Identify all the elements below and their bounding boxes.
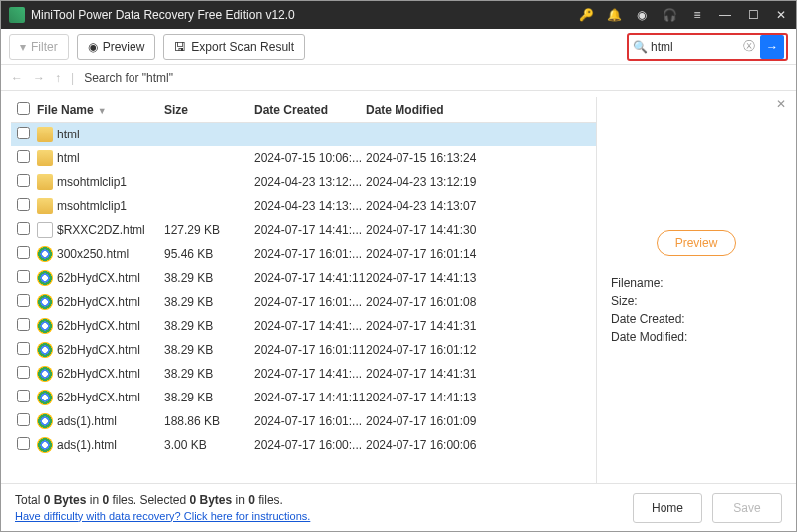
table-row[interactable]: $RXXC2DZ.html127.29 KB2024-07-17 14:41:.…	[11, 218, 596, 242]
table-row[interactable]: 62bHydCX.html38.29 KB2024-07-17 14:41:..…	[11, 314, 596, 338]
row-checkbox[interactable]	[11, 222, 35, 238]
row-created: 2024-04-23 13:12:...	[254, 175, 366, 189]
row-created: 2024-04-23 14:13:...	[254, 199, 366, 213]
row-size: 95.46 KB	[164, 247, 254, 261]
table-row[interactable]: msohtmlclip12024-04-23 14:13:...2024-04-…	[11, 194, 596, 218]
chrome-icon	[37, 294, 53, 310]
row-checkbox[interactable]	[11, 342, 35, 358]
row-size: 3.00 KB	[164, 438, 254, 452]
chrome-icon	[37, 437, 53, 453]
row-modified: 2024-07-17 16:00:06	[366, 438, 515, 452]
folder-icon	[37, 150, 53, 166]
header-created[interactable]: Date Created	[254, 103, 366, 117]
row-filename: 300x250.html	[35, 246, 164, 262]
eye-icon: ◉	[88, 40, 98, 54]
row-modified: 2024-07-15 16:13:24	[366, 151, 515, 165]
row-checkbox[interactable]	[11, 390, 35, 405]
row-size: 188.86 KB	[164, 414, 254, 428]
row-checkbox[interactable]	[11, 174, 35, 190]
row-created: 2024-07-17 14:41:11	[254, 391, 366, 404]
search-go-button[interactable]: →	[760, 35, 784, 59]
row-filename: ads(1).html	[35, 437, 164, 453]
row-filename: 62bHydCX.html	[35, 342, 164, 358]
table-row[interactable]: 62bHydCX.html38.29 KB2024-07-17 14:41:..…	[11, 362, 596, 386]
forward-icon[interactable]: →	[33, 71, 45, 85]
minimize-icon[interactable]: —	[718, 8, 732, 22]
key-icon[interactable]: 🔑	[579, 8, 593, 22]
clear-search-icon[interactable]: ⓧ	[740, 38, 758, 55]
search-input[interactable]	[651, 40, 740, 54]
breadcrumb-text: Search for "html"	[84, 71, 173, 85]
table-header: File Name▼ Size Date Created Date Modifi…	[11, 97, 596, 123]
panel-close-icon[interactable]: ✕	[776, 97, 786, 111]
maximize-icon[interactable]: ☐	[746, 8, 760, 22]
table-row[interactable]: html	[11, 123, 596, 146]
row-checkbox[interactable]	[11, 366, 35, 382]
row-modified: 2024-07-17 14:41:13	[366, 271, 515, 285]
home-button[interactable]: Home	[633, 493, 702, 523]
file-table: File Name▼ Size Date Created Date Modifi…	[11, 97, 597, 483]
row-created: 2024-07-17 16:01:...	[254, 295, 366, 309]
app-logo-icon	[9, 7, 25, 23]
meta-modified: Date Modified:	[611, 328, 782, 346]
panel-preview-button[interactable]: Preview	[657, 230, 737, 256]
table-row[interactable]: ads(1).html3.00 KB2024-07-17 16:00:...20…	[11, 433, 596, 457]
save-icon: 🖫	[174, 40, 186, 54]
bell-icon[interactable]: 🔔	[607, 8, 621, 22]
row-filename: 62bHydCX.html	[35, 318, 164, 334]
row-checkbox[interactable]	[11, 198, 35, 214]
row-modified: 2024-04-23 14:13:07	[366, 199, 515, 213]
row-checkbox[interactable]	[11, 318, 35, 334]
row-filename: ads(1).html	[35, 413, 164, 429]
headphones-icon[interactable]: 🎧	[663, 8, 676, 22]
close-icon[interactable]: ✕	[774, 8, 788, 22]
table-row[interactable]: html2024-07-15 10:06:...2024-07-15 16:13…	[11, 146, 596, 170]
row-checkbox[interactable]	[11, 150, 35, 166]
page-icon	[37, 222, 53, 238]
row-created: 2024-07-17 16:01:...	[254, 414, 366, 428]
meta-size: Size:	[611, 292, 782, 310]
row-size: 38.29 KB	[164, 319, 254, 333]
header-filename[interactable]: File Name▼	[35, 103, 164, 117]
table-row[interactable]: msohtmlclip12024-04-23 13:12:...2024-04-…	[11, 170, 596, 194]
preview-label: Preview	[103, 40, 145, 54]
header-checkbox[interactable]	[11, 102, 35, 118]
filter-icon: ▾	[20, 40, 26, 54]
row-checkbox[interactable]	[11, 246, 35, 262]
row-filename: 62bHydCX.html	[35, 294, 164, 310]
row-checkbox[interactable]	[11, 437, 35, 453]
table-row[interactable]: 62bHydCX.html38.29 KB2024-07-17 14:41:11…	[11, 386, 596, 409]
header-modified[interactable]: Date Modified	[366, 103, 515, 117]
chrome-icon	[37, 413, 53, 429]
row-checkbox[interactable]	[11, 294, 35, 310]
row-created: 2024-07-17 14:41:...	[254, 367, 366, 381]
row-created: 2024-07-17 16:01:11	[254, 343, 366, 357]
table-row[interactable]: 62bHydCX.html38.29 KB2024-07-17 16:01:..…	[11, 290, 596, 314]
chrome-icon	[37, 318, 53, 334]
row-size: 38.29 KB	[164, 343, 254, 357]
row-created: 2024-07-17 14:41:11	[254, 271, 366, 285]
table-row[interactable]: ads(1).html188.86 KB2024-07-17 16:01:...…	[11, 409, 596, 433]
export-button[interactable]: 🖫 Export Scan Result	[163, 34, 305, 60]
row-checkbox[interactable]	[11, 270, 35, 286]
save-button[interactable]: Save	[712, 493, 782, 523]
row-checkbox[interactable]	[11, 413, 35, 429]
header-size[interactable]: Size	[164, 103, 254, 117]
disc-icon[interactable]: ◉	[635, 8, 649, 22]
help-link[interactable]: Have difficulty with data recovery? Clic…	[15, 510, 310, 522]
row-size: 38.29 KB	[164, 367, 254, 381]
table-row[interactable]: 62bHydCX.html38.29 KB2024-07-17 14:41:11…	[11, 266, 596, 290]
row-created: 2024-07-17 16:01:...	[254, 247, 366, 261]
chrome-icon	[37, 270, 53, 286]
row-filename: 62bHydCX.html	[35, 270, 164, 286]
preview-button[interactable]: ◉ Preview	[77, 34, 156, 60]
back-icon[interactable]: ←	[11, 71, 23, 85]
filter-button[interactable]: ▾ Filter	[9, 34, 69, 60]
table-row[interactable]: 300x250.html95.46 KB2024-07-17 16:01:...…	[11, 242, 596, 266]
row-checkbox[interactable]	[11, 127, 35, 142]
table-body[interactable]: htmlhtml2024-07-15 10:06:...2024-07-15 1…	[11, 123, 596, 483]
table-row[interactable]: 62bHydCX.html38.29 KB2024-07-17 16:01:11…	[11, 338, 596, 362]
menu-icon[interactable]: ≡	[690, 8, 704, 22]
up-icon[interactable]: ↑	[55, 71, 61, 85]
folder-icon	[37, 174, 53, 190]
